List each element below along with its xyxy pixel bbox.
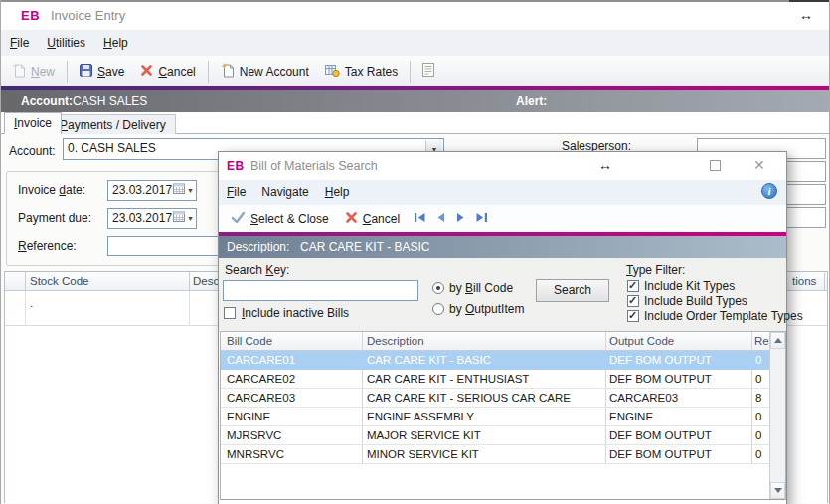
include-order-template-types-checkbox[interactable] — [627, 310, 639, 322]
chevron-down-icon[interactable]: ▼ — [187, 187, 194, 194]
include-inactive-label: Include inactive Bills — [242, 306, 349, 320]
scroll-up-icon — [774, 338, 782, 343]
calendar-icon[interactable] — [173, 211, 185, 225]
maximize-icon — [710, 160, 721, 171]
dialog-logo: EB — [227, 159, 245, 173]
dialog-menu-navigate[interactable]: Navigate — [253, 180, 316, 205]
include-order-template-types-label: Include Order Template Types — [644, 309, 803, 323]
invoice-entry-window: EB Invoice Entry ↔ File Utilities Help N… — [0, 0, 830, 504]
dialog-cancel-button[interactable]: Cancel — [337, 207, 408, 231]
result-row[interactable]: MJRSRVC MAJOR SERVICE KIT DEF BOM OUTPUT… — [221, 426, 769, 445]
include-build-types-label: Include Build Types — [644, 294, 747, 308]
scroll-down-button[interactable] — [770, 482, 785, 499]
by-bill-code-label: by Bill Code — [449, 281, 513, 295]
checkmark-icon — [231, 211, 246, 227]
new-button[interactable]: New — [4, 60, 63, 84]
dialog-toolbar: Select & Close Cancel — [219, 205, 786, 232]
results-rows: CARCARE01 CAR CARE KIT - BASIC DEF BOM O… — [221, 351, 769, 464]
by-outputitem-label: by OutputItem — [449, 302, 524, 316]
account-field-label: Account: — [9, 144, 56, 158]
search-button[interactable]: Search — [536, 279, 609, 302]
result-row[interactable]: CARCARE02 CAR CARE KIT - ENTHUSIAST DEF … — [221, 370, 769, 389]
nav-previous-button[interactable] — [435, 212, 446, 226]
column-bill-code[interactable]: Bill Code — [227, 335, 272, 347]
result-row-selected[interactable]: CARCARE01 CAR CARE KIT - BASIC DEF BOM O… — [221, 351, 769, 370]
results-scrollbar[interactable] — [769, 332, 785, 499]
toolbar-separator — [208, 61, 209, 83]
invoice-date-picker[interactable]: 23.03.2017 ▼ — [107, 180, 197, 201]
dialog-title-bar: EB Bill of Materials Search ↔ ✕ — [219, 152, 786, 180]
column-output-code[interactable]: Output Code — [609, 335, 674, 347]
new-account-icon — [221, 63, 235, 81]
resize-arrows-icon[interactable]: ↔ — [799, 7, 813, 23]
search-panel: Search Key: Include inactive Bills by Bi… — [219, 258, 786, 331]
menu-help[interactable]: Help — [94, 30, 137, 56]
save-floppy-icon — [80, 64, 92, 80]
tab-invoice[interactable]: Invoice — [4, 112, 62, 134]
type-filter-label: Type Filter: — [626, 263, 685, 277]
payment-due-picker[interactable]: 23.03.2017 ▼ — [107, 208, 197, 229]
select-and-close-button[interactable]: Select & Close — [223, 207, 337, 231]
scroll-down-icon — [774, 488, 782, 493]
account-bar-value: CASH SALES — [73, 94, 147, 108]
nav-next-button[interactable] — [455, 212, 466, 226]
search-key-input[interactable] — [223, 280, 418, 301]
title-bar: EB Invoice Entry ↔ — [1, 2, 829, 30]
cancel-button[interactable]: Cancel — [132, 60, 203, 84]
by-bill-code-radio[interactable] — [432, 282, 444, 294]
results-header: Bill Code Description Output Code Repo — [221, 332, 785, 351]
main-toolbar: New Save Cancel New Account Tax Rates — [1, 56, 829, 86]
calendar-icon[interactable] — [173, 183, 185, 197]
dialog-menu-file[interactable]: File — [219, 180, 253, 205]
close-button[interactable]: ✕ — [753, 158, 765, 172]
menu-bar: File Utilities Help — [1, 30, 829, 56]
result-row[interactable]: CARCARE03 CAR CARE KIT - SERIOUS CAR CAR… — [221, 389, 769, 408]
save-button[interactable]: Save — [72, 60, 132, 84]
description-bar-label: Description: — [227, 240, 289, 253]
by-outputitem-radio[interactable] — [432, 303, 444, 315]
bom-search-dialog: EB Bill of Materials Search ↔ ✕ File Nav… — [218, 151, 787, 504]
info-icon[interactable]: i — [761, 183, 777, 199]
account-status-bar: Account: CASH SALES Alert: — [1, 90, 829, 112]
column-description[interactable]: Description — [367, 335, 424, 347]
notes-button[interactable] — [415, 60, 442, 84]
column-stock-code[interactable]: Stock Code — [30, 275, 88, 287]
new-account-button[interactable]: New Account — [213, 60, 317, 84]
column-description[interactable]: Desc — [193, 275, 219, 287]
window-title: Invoice Entry — [51, 8, 125, 23]
scroll-up-button[interactable] — [770, 332, 785, 349]
app-logo: EB — [21, 8, 40, 23]
include-inactive-checkbox[interactable] — [224, 307, 236, 319]
column-repo[interactable]: Repo — [754, 335, 769, 347]
resize-arrows-icon[interactable]: ↔ — [598, 157, 612, 173]
cancel-x-icon — [345, 211, 358, 227]
results-table: Bill Code Description Output Code Repo C… — [220, 331, 786, 500]
toolbar-separator — [410, 61, 411, 83]
stock-code-cell[interactable]: . — [30, 297, 33, 309]
alert-label: Alert: — [516, 94, 547, 108]
toolbar-separator — [67, 61, 68, 83]
invoice-date-label: Invoice date: — [18, 183, 85, 197]
search-key-label: Search Key: — [225, 263, 289, 277]
dialog-title: Bill of Materials Search — [250, 159, 378, 173]
reference-label: Reference: — [18, 239, 77, 252]
chevron-down-icon[interactable]: ▼ — [187, 215, 194, 222]
menu-utilities[interactable]: Utilities — [38, 30, 94, 56]
description-bar: Description: CAR CARE KIT - BASIC — [219, 236, 786, 258]
maximize-button[interactable] — [710, 160, 721, 171]
nav-last-button[interactable] — [475, 212, 488, 226]
result-row[interactable]: ENGINE ENGINE ASSEMBLY ENGINE 0 — [221, 408, 769, 426]
include-build-types-checkbox[interactable] — [627, 295, 639, 307]
tab-payments-delivery[interactable]: Payments / Delivery — [50, 114, 176, 134]
menu-file[interactable]: File — [1, 30, 38, 56]
nav-first-button[interactable] — [414, 212, 426, 226]
include-kit-types-checkbox[interactable] — [627, 280, 639, 292]
dialog-menu-help[interactable]: Help — [317, 180, 358, 205]
include-kit-types-label: Include Kit Types — [644, 279, 735, 293]
tab-strip: Invoice Payments / Delivery — [1, 112, 829, 134]
payment-due-label: Payment due: — [18, 211, 91, 225]
tax-rates-button[interactable]: Tax Rates — [317, 60, 406, 84]
account-bar-label: Account: — [21, 94, 73, 108]
result-row[interactable]: MNRSRVC MINOR SERVICE KIT DEF BOM OUTPUT… — [221, 445, 769, 464]
column-options-partial[interactable]: tions — [792, 275, 816, 287]
